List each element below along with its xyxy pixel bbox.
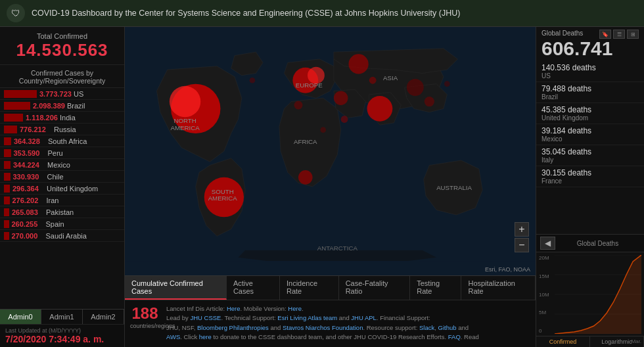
map-tab-2[interactable]: Incidence Rate xyxy=(280,276,339,300)
svg-point-11 xyxy=(369,77,377,84)
jhu-apl-link[interactable]: JHU APL xyxy=(351,314,377,321)
grid-icon[interactable]: ⊞ xyxy=(627,30,639,39)
country-item[interactable]: 296.364 United Kingdom xyxy=(0,183,124,195)
esri-link[interactable]: Esri Living Atlas team xyxy=(277,314,337,321)
death-number: 30.155 deaths xyxy=(541,168,639,177)
country-name: Mexico xyxy=(47,161,70,169)
death-number: 39.184 deaths xyxy=(541,126,639,135)
svg-point-8 xyxy=(298,170,313,185)
chart-yaxis-label: 5M xyxy=(539,310,549,315)
chart-yaxis-label: 20M xyxy=(539,255,549,261)
death-item: 39.184 deaths Mexico xyxy=(536,124,644,145)
country-item[interactable]: 364.328 South Africa xyxy=(0,135,124,147)
death-item: 30.155 deaths France xyxy=(536,166,644,187)
svg-point-15 xyxy=(341,116,348,123)
country-name: Russia xyxy=(54,126,76,133)
bottom-text-line1: Lancet Inf Dis Article: Here. Mobile Ver… xyxy=(166,305,304,312)
lancet-link[interactable]: Here xyxy=(227,305,241,312)
zoom-in-button[interactable]: + xyxy=(515,222,529,237)
admin-tab-admin1[interactable]: Admin1 xyxy=(41,310,83,324)
country-number: 364.328 xyxy=(14,137,48,145)
deaths-nav: ◀ Global Deaths xyxy=(536,234,644,252)
death-country: France xyxy=(541,177,639,185)
country-name: India xyxy=(60,114,76,122)
map-tab-1[interactable]: Active Cases xyxy=(227,276,280,300)
total-confirmed-label: Total Confirmed xyxy=(8,32,116,40)
chart-tab-confirmed[interactable]: Confirmed xyxy=(536,336,590,347)
country-item[interactable]: 353.590 Peru xyxy=(0,147,124,159)
bottom-text: Lancet Inf Dis Article: Here. Mobile Ver… xyxy=(166,304,530,342)
admin-tab-admin0[interactable]: Admin0 xyxy=(0,310,41,324)
death-country: US xyxy=(541,72,639,80)
sidebar: Total Confirmed 14.530.563 Confirmed Cas… xyxy=(0,27,125,347)
country-bar xyxy=(4,173,11,181)
death-country: United Kingdom xyxy=(541,114,639,122)
death-number: 45.385 deaths xyxy=(541,105,639,114)
header-title: COVID-19 Dashboard by the Center for Sys… xyxy=(32,9,460,18)
deaths-nav-prev[interactable]: ◀ xyxy=(540,237,555,250)
chart-yaxis-label: 0 xyxy=(539,328,549,334)
death-item: 140.536 deaths US xyxy=(536,61,644,82)
confirmed-cases-header: Confirmed Cases byCountry/Region/Soverei… xyxy=(0,65,124,88)
country-item[interactable]: 265.083 Pakistan xyxy=(0,206,124,218)
country-number: 260.255 xyxy=(12,220,46,228)
slack-link[interactable]: Slack xyxy=(419,324,434,331)
center-area: NORTH AMERICA SOUTH AMERICA EUROPE AFRIC… xyxy=(125,27,536,347)
countries-count-box: 188 countries/regions xyxy=(130,304,160,330)
country-item[interactable]: 344.224 Mexico xyxy=(0,159,124,171)
country-item[interactable]: 3.773.723 US xyxy=(0,88,124,100)
country-item[interactable]: 260.255 Spain xyxy=(0,218,124,230)
list-icon[interactable]: ☰ xyxy=(613,30,625,39)
mobile-link[interactable]: Here xyxy=(288,305,302,312)
chart-yaxis: 20M15M10M5M0 xyxy=(539,255,549,334)
country-item[interactable]: 276.202 Iran xyxy=(0,195,124,206)
map-tab-0[interactable]: Cumulative Confirmed Cases xyxy=(125,276,227,300)
map-tab-5[interactable]: Hospitalization Rate xyxy=(461,276,536,300)
last-updated-label: Last Updated at (M/D/YYYY) xyxy=(5,327,119,334)
svg-text:AMERICA: AMERICA xyxy=(171,124,200,131)
svg-text:SOUTH: SOUTH xyxy=(212,188,234,195)
svg-point-2 xyxy=(170,86,200,117)
stavros-link[interactable]: Stavros Niarchos Foundation xyxy=(283,324,363,331)
country-list: 3.773.723 US 2.098.389 Brazil 1.118.206 … xyxy=(0,88,124,309)
countries-number: 188 xyxy=(130,304,160,323)
svg-point-12 xyxy=(294,101,303,109)
country-item[interactable]: 330.930 Chile xyxy=(0,171,124,183)
chart-yaxis-label: 15M xyxy=(539,273,549,279)
github-link[interactable]: Github xyxy=(438,324,457,331)
country-number: 1.118.206 xyxy=(26,114,60,122)
death-number: 35.045 deaths xyxy=(541,147,639,156)
country-number: 330.930 xyxy=(13,173,47,181)
bottom-bar: 188 countries/regions Lancet Inf Dis Art… xyxy=(125,300,536,347)
country-item[interactable]: 2.098.389 Brazil xyxy=(0,100,124,112)
header-logo: 🛡 xyxy=(7,4,25,22)
country-bar xyxy=(4,137,11,145)
chart-area: 20M15M10M5M0 Mar. xyxy=(536,252,644,347)
total-confirmed-box: Total Confirmed 14.530.563 xyxy=(0,27,124,65)
header: 🛡 COVID-19 Dashboard by the Center for S… xyxy=(0,0,644,27)
donate-link[interactable]: here xyxy=(199,333,212,340)
jhu-csse-link[interactable]: JHU CSSE xyxy=(190,314,221,321)
country-item[interactable]: 776.212 Russia xyxy=(0,124,124,135)
country-bar xyxy=(4,208,9,216)
aws-link[interactable]: AWS xyxy=(166,333,180,340)
country-item[interactable]: 1.118.206 India xyxy=(0,112,124,124)
country-number: 776.212 xyxy=(20,126,54,133)
bloomberg-link[interactable]: Bloomberg Philanthropies xyxy=(197,324,269,331)
map-tab-4[interactable]: Testing Rate xyxy=(410,276,461,300)
map-tab-3[interactable]: Case-Fatality Ratio xyxy=(339,276,411,300)
country-number: 265.083 xyxy=(12,208,46,216)
country-item[interactable]: 270.000 Saudi Arabia xyxy=(0,230,124,242)
svg-point-7 xyxy=(367,96,393,122)
chart-tab-logarithmic[interactable]: Logarithmic xyxy=(590,336,644,347)
admin-tab-admin2[interactable]: Admin2 xyxy=(83,310,124,324)
country-number: 276.202 xyxy=(12,197,47,204)
chart-yaxis-label: 10M xyxy=(539,292,549,298)
country-name: Peru xyxy=(48,149,63,157)
zoom-out-button[interactable]: − xyxy=(515,238,529,252)
country-number: 353.590 xyxy=(14,149,48,157)
faq-link[interactable]: FAQ xyxy=(448,333,461,340)
country-bar xyxy=(4,185,10,193)
country-name: Chile xyxy=(47,173,64,181)
map-container: NORTH AMERICA SOUTH AMERICA EUROPE AFRIC… xyxy=(125,27,536,275)
